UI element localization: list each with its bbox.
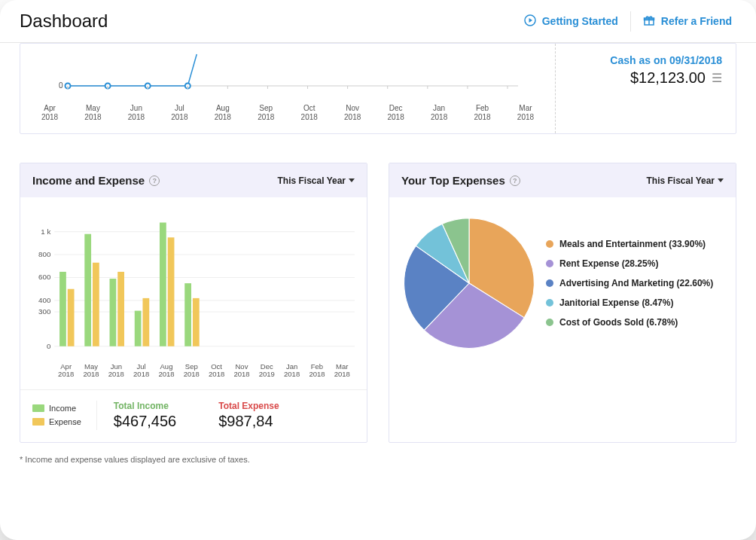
svg-rect-50: [193, 298, 200, 346]
svg-rect-44: [117, 272, 124, 346]
svg-text:1 k: 1 k: [41, 227, 50, 236]
period-label: This Fiscal Year: [278, 175, 346, 186]
getting-started-label: Getting Started: [542, 15, 618, 27]
getting-started-link[interactable]: Getting Started: [512, 11, 631, 32]
legend-item: Income: [32, 404, 81, 413]
svg-text:800: 800: [38, 250, 51, 258]
income-expense-period-select[interactable]: This Fiscal Year: [278, 175, 355, 186]
legend-item: Meals and Entertainment (33.90%): [546, 239, 713, 249]
top-expenses-card: Your Top Expenses ? This Fiscal Year Mea…: [389, 163, 736, 443]
x-axis-label: Sep2018: [179, 363, 204, 379]
svg-text:600: 600: [38, 273, 51, 281]
x-axis-label: Mar2018: [330, 363, 355, 379]
svg-text:0: 0: [59, 81, 63, 90]
x-axis-label: Dec2018: [379, 104, 413, 121]
legend-item: Expense: [32, 417, 81, 426]
period-label: This Fiscal Year: [647, 175, 715, 186]
x-axis-label: Mar2018: [508, 104, 543, 121]
svg-rect-48: [168, 237, 175, 346]
svg-text:300: 300: [38, 307, 51, 316]
x-axis-label: Jul2018: [129, 363, 154, 379]
x-axis-label: Jan2018: [279, 363, 304, 379]
refer-friend-link[interactable]: Refer a Friend: [631, 11, 736, 32]
pie-chart: [401, 215, 537, 351]
cash-flow-strip: 0 Apr2018May2018Jun2018Jul2018Aug2018Sep…: [20, 43, 736, 134]
income-expense-card: Income and Expense ? This Fiscal Year 03…: [20, 163, 367, 443]
bar-chart: 03004006008001 k: [32, 211, 355, 362]
x-axis-label: Jan2018: [422, 104, 456, 121]
chevron-down-icon: [718, 178, 724, 182]
line-chart: 0: [31, 50, 544, 101]
play-icon: [524, 14, 536, 29]
gift-icon: [643, 14, 655, 29]
x-axis-label: Nov2018: [335, 104, 370, 121]
svg-rect-49: [184, 283, 191, 346]
x-axis-label: Apr2018: [32, 104, 67, 121]
cash-date-label: Cash as on 09/31/2018: [569, 54, 722, 66]
svg-rect-42: [93, 263, 99, 346]
chevron-down-icon: [349, 178, 355, 182]
refer-friend-label: Refer a Friend: [661, 15, 732, 27]
income-expense-title: Income and Expense: [32, 174, 145, 187]
x-axis-label: Jun2018: [104, 363, 129, 379]
svg-rect-39: [59, 272, 66, 346]
x-axis-label: Oct2018: [292, 104, 327, 121]
svg-text:400: 400: [38, 296, 51, 304]
x-axis-label: Nov2018: [229, 363, 254, 379]
cash-amount: $12,123.00: [630, 69, 706, 87]
x-axis-label: Oct2018: [204, 363, 229, 379]
help-icon[interactable]: ?: [510, 175, 520, 186]
x-axis-label: Dec2019: [255, 363, 279, 379]
x-axis-label: Aug2018: [154, 363, 178, 379]
total-expense-label: Total Expense: [218, 401, 279, 411]
svg-text:0: 0: [47, 342, 51, 350]
x-axis-label: Jul2018: [162, 104, 197, 121]
footnote: * Income and expense values displayed ar…: [20, 455, 736, 464]
x-axis-label: Aug2018: [206, 104, 240, 121]
top-expenses-title: Your Top Expenses: [401, 174, 505, 187]
legend-item: Rent Expense (28.25%): [546, 258, 713, 269]
svg-rect-43: [110, 279, 117, 346]
help-icon[interactable]: ?: [149, 175, 160, 186]
menu-icon[interactable]: ☰: [712, 71, 722, 85]
x-axis-label: Jun2018: [119, 104, 154, 121]
svg-rect-40: [68, 289, 75, 346]
svg-rect-45: [135, 311, 142, 346]
svg-rect-41: [84, 234, 91, 346]
x-axis-label: May2018: [78, 363, 103, 379]
total-expense-value: $987,84: [218, 413, 279, 430]
svg-rect-47: [160, 222, 166, 346]
page-title: Dashboard: [20, 11, 108, 32]
legend-item: Janitorial Expense (8.47%): [546, 297, 713, 308]
total-income-value: $467,456: [114, 413, 176, 430]
top-expenses-period-select[interactable]: This Fiscal Year: [647, 175, 724, 186]
legend-item: Advertising And Marketing (22.60%): [546, 278, 713, 288]
total-income-label: Total Income: [114, 401, 176, 411]
x-axis-label: May2018: [75, 104, 110, 121]
x-axis-label: Feb2018: [465, 104, 500, 121]
svg-marker-1: [529, 18, 532, 23]
legend-item: Cost of Goods Sold (6.78%): [546, 317, 713, 328]
x-axis-label: Sep2018: [248, 104, 283, 121]
x-axis-label: Apr2018: [53, 363, 78, 379]
svg-rect-46: [142, 298, 149, 346]
x-axis-label: Feb2018: [304, 363, 329, 379]
